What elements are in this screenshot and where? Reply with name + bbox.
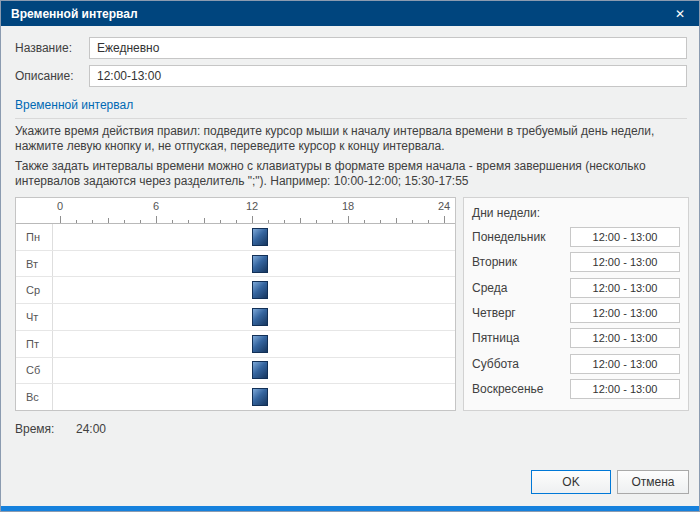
- time-grid[interactable]: 06121824 ПнВтСрЧтПтСбВс: [15, 197, 456, 411]
- days-of-week-panel: Дни недели: Понедельник12:00 - 13:00Втор…: [463, 197, 689, 411]
- time-interval-block[interactable]: [252, 361, 268, 379]
- day-interval-row: Среда12:00 - 13:00: [472, 275, 680, 300]
- axis-tick: [76, 220, 77, 223]
- grid-day-row[interactable]: Ср: [16, 277, 455, 304]
- axis-tick: [252, 216, 253, 223]
- axis-tick: [300, 218, 301, 223]
- day-interval-value[interactable]: 12:00 - 13:00: [570, 278, 680, 298]
- time-interval-block[interactable]: [252, 308, 268, 326]
- day-name-label: Пятница: [472, 331, 520, 345]
- day-interval-value[interactable]: 12:00 - 13:00: [570, 354, 680, 374]
- hour-label: 0: [57, 200, 63, 212]
- time-interval-block[interactable]: [252, 335, 268, 353]
- description-label: Описание:: [15, 69, 89, 83]
- axis-tick: [364, 220, 365, 223]
- axis-tick: [188, 220, 189, 223]
- day-name-label: Понедельник: [472, 230, 545, 244]
- close-icon[interactable]: ✕: [671, 7, 689, 21]
- axis-tick: [172, 220, 173, 223]
- day-name-label: Среда: [472, 281, 507, 295]
- time-interval-block[interactable]: [252, 281, 268, 299]
- hour-label: 24: [438, 200, 450, 212]
- grid-day-label: Сб: [26, 364, 40, 376]
- axis-tick: [92, 220, 93, 223]
- day-interval-row: Воскресенье12:00 - 13:00: [472, 377, 680, 402]
- axis-tick: [380, 220, 381, 223]
- day-interval-value[interactable]: 12:00 - 13:00: [570, 379, 680, 399]
- day-interval-value[interactable]: 12:00 - 13:00: [570, 328, 680, 348]
- name-input[interactable]: [89, 37, 687, 59]
- day-interval-value[interactable]: 12:00 - 13:00: [570, 252, 680, 272]
- section-title: Временной интервал: [15, 98, 133, 112]
- grid-day-label: Пн: [26, 231, 40, 243]
- day-name-label: Суббота: [472, 357, 519, 371]
- axis-tick: [204, 218, 205, 223]
- grid-day-row[interactable]: Сб: [16, 358, 455, 385]
- grid-day-label: Пт: [26, 338, 39, 350]
- day-interval-value[interactable]: 12:00 - 13:00: [570, 227, 680, 247]
- instruction-paragraph-2: Также задать интервалы времени можно с к…: [15, 159, 687, 189]
- description-input[interactable]: [89, 65, 687, 87]
- time-value: 24:00: [76, 422, 106, 436]
- axis-tick: [284, 220, 285, 223]
- day-interval-row: Вторник12:00 - 13:00: [472, 249, 680, 274]
- day-interval-row: Понедельник12:00 - 13:00: [472, 224, 680, 249]
- axis-tick: [332, 220, 333, 223]
- grid-day-label: Вт: [26, 258, 38, 270]
- grid-day-label: Ср: [26, 284, 40, 296]
- grid-rows: ПнВтСрЧтПтСбВс: [16, 224, 455, 410]
- total-time-row: Время: 24:00: [15, 422, 106, 436]
- grid-day-row[interactable]: Вс: [16, 384, 455, 410]
- ok-button[interactable]: OK: [531, 470, 611, 494]
- day-interval-row: Суббота12:00 - 13:00: [472, 351, 680, 376]
- hour-label: 6: [153, 200, 159, 212]
- axis-tick: [428, 220, 429, 223]
- grid-day-row[interactable]: Пн: [16, 224, 455, 251]
- grid-day-label: Чт: [26, 311, 38, 323]
- title-bar: Временной интервал ✕: [1, 1, 699, 26]
- description-row: Описание:: [15, 65, 687, 87]
- axis-tick: [236, 220, 237, 223]
- axis-tick: [108, 218, 109, 223]
- axis-tick: [412, 220, 413, 223]
- grid-day-row[interactable]: Пт: [16, 331, 455, 358]
- time-interval-block[interactable]: [252, 388, 268, 406]
- time-interval-block[interactable]: [252, 228, 268, 246]
- day-name-label: Четверг: [472, 306, 516, 320]
- time-interval-block[interactable]: [252, 255, 268, 273]
- axis-tick: [396, 218, 397, 223]
- day-interval-row: Пятница12:00 - 13:00: [472, 326, 680, 351]
- instruction-paragraph-1: Укажите время действия правил: подведите…: [15, 124, 687, 154]
- hour-label: 12: [246, 200, 258, 212]
- axis-tick: [156, 216, 157, 223]
- axis-tick: [220, 220, 221, 223]
- day-name-label: Вторник: [472, 255, 517, 269]
- axis-tick: [140, 220, 141, 223]
- cancel-button[interactable]: Отмена: [617, 470, 689, 494]
- day-name-label: Воскресенье: [472, 382, 544, 396]
- day-interval-row: Четверг12:00 - 13:00: [472, 300, 680, 325]
- axis-tick: [60, 216, 61, 223]
- days-panel-rows: Понедельник12:00 - 13:00Вторник12:00 - 1…: [472, 224, 680, 402]
- section-header: Временной интервал: [15, 98, 687, 119]
- time-label: Время:: [15, 422, 76, 436]
- axis-tick: [316, 220, 317, 223]
- instructions: Укажите время действия правил: подведите…: [15, 124, 687, 189]
- grid-day-row[interactable]: Чт: [16, 304, 455, 331]
- axis-tick: [348, 216, 349, 223]
- hour-label: 18: [342, 200, 354, 212]
- grid-day-row[interactable]: Вт: [16, 251, 455, 278]
- name-row: Название:: [15, 37, 687, 59]
- axis-tick: [124, 220, 125, 223]
- axis-tick: [268, 220, 269, 223]
- days-panel-title: Дни недели:: [472, 206, 680, 224]
- bottom-accent-strip: [1, 506, 699, 511]
- day-interval-value[interactable]: 12:00 - 13:00: [570, 303, 680, 323]
- time-interval-dialog: Временной интервал ✕ Название: Описание:…: [0, 0, 700, 512]
- window-title: Временной интервал: [11, 7, 671, 21]
- grid-day-label: Вс: [26, 391, 39, 403]
- axis-tick: [444, 216, 445, 223]
- name-label: Название:: [15, 41, 89, 55]
- time-axis: 06121824: [16, 198, 455, 224]
